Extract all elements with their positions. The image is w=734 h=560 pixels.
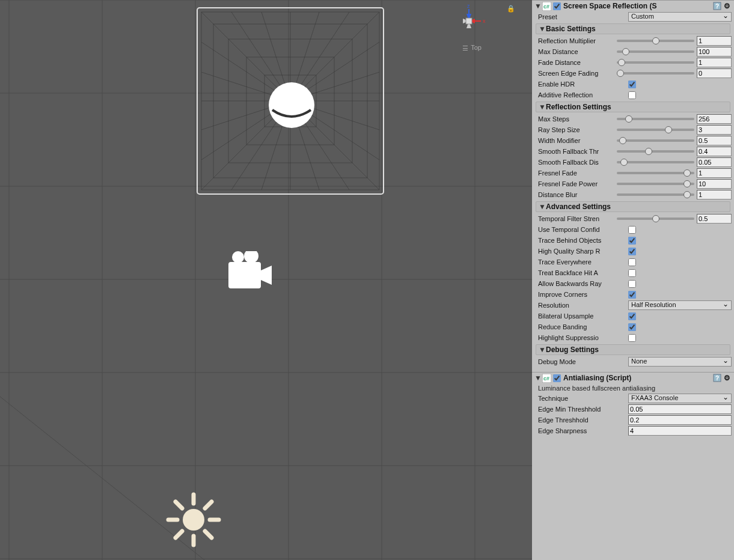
gear-icon[interactable]: ⚙ [722,1,732,11]
antialiasing-component: ▼ c# Antialiasing (Script) ? ⚙ Luminance… [532,372,734,436]
distance-blur-slider[interactable] [617,193,694,196]
reduce-banding-checkbox[interactable] [628,323,636,331]
light-gizmo-icon[interactable] [165,492,222,551]
smooth-fallback-dist-input[interactable] [697,157,732,167]
screen-edge-fading-input[interactable] [697,68,732,78]
csharp-script-icon: c# [542,373,551,383]
trace-everywhere-checkbox[interactable] [628,258,636,266]
preset-label: Preset [538,13,628,20]
svg-text:c#: c# [543,4,549,10]
edge-sharpness-input[interactable] [628,426,732,436]
advanced-settings-header[interactable]: ▼Advanced Settings [536,201,730,212]
smooth-fallback-thr-input[interactable] [697,147,732,156]
axis-gizmo[interactable]: x z ☰Top [448,3,496,52]
reflection-multiplier-input[interactable] [697,36,732,46]
resolution-dropdown[interactable]: Half Resolution [628,300,732,310]
improve-corners-checkbox[interactable] [628,291,636,299]
svg-line-40 [176,502,182,508]
svg-line-41 [205,531,212,538]
max-distance-slider[interactable] [617,50,694,53]
fade-distance-input[interactable] [697,58,732,67]
temporal-filter-slider[interactable] [617,218,694,220]
svg-point-33 [232,251,244,263]
preset-row: Preset Custom [532,11,734,22]
edge-min-threshold-input[interactable] [628,404,732,414]
basic-settings-header[interactable]: ▼Basic Settings [536,23,730,34]
width-modifier-slider[interactable] [617,139,694,142]
svg-point-32 [269,82,314,128]
debug-mode-dropdown[interactable]: None [628,357,732,367]
foldout-icon[interactable]: ▼ [534,2,542,10]
foldout-icon[interactable]: ▼ [534,374,542,382]
fresnel-fade-power-slider[interactable] [617,183,694,185]
reflection-multiplier-slider[interactable] [617,40,694,42]
additive-reflection-checkbox[interactable] [628,91,636,99]
width-modifier-input[interactable] [697,136,732,145]
fade-distance-slider[interactable] [617,61,694,64]
use-temporal-confidence-checkbox[interactable] [628,226,636,234]
preset-dropdown[interactable]: Custom [628,12,732,22]
inspector-panel: ▼ c# Screen Space Reflection (S ? ⚙ Pres… [532,0,734,560]
axis-view-label: Top [471,44,482,51]
ssr-title: Screen Space Reflection (S [563,2,712,10]
trace-behind-objects-checkbox[interactable] [628,237,636,245]
camera-gizmo-icon[interactable] [224,251,275,291]
svg-line-42 [205,502,212,508]
smooth-fallback-thr-slider[interactable] [617,150,694,153]
svg-point-34 [244,251,258,263]
max-distance-input[interactable] [697,47,732,56]
svg-text:c#: c# [543,376,549,382]
allow-backwards-rays-checkbox[interactable] [628,280,636,288]
ssr-header[interactable]: ▼ c# Screen Space Reflection (S ? ⚙ [532,1,734,11]
screen-edge-fading-slider[interactable] [617,72,694,75]
smooth-fallback-dist-slider[interactable] [617,161,694,163]
antialiasing-title: Antialiasing (Script) [563,374,712,382]
distance-blur-input[interactable] [697,190,732,199]
scene-view[interactable]: x z ☰Top 🔒 [0,0,532,560]
temporal-filter-input[interactable] [697,214,732,224]
csharp-script-icon: c# [542,1,551,11]
antialiasing-header[interactable]: ▼ c# Antialiasing (Script) ? ⚙ [532,373,734,383]
fresnel-fade-input[interactable] [697,168,732,178]
svg-rect-50 [466,18,472,24]
svg-text:?: ? [715,3,719,10]
ssr-enable-checkbox[interactable] [553,2,561,10]
debug-settings-header[interactable]: ▼Debug Settings [536,344,730,355]
antialiasing-subtitle: Luminance based fullscreen antialiasing [532,383,734,393]
axis-z-label: z [467,3,470,9]
bilateral-upsample-checkbox[interactable] [628,312,636,320]
ssr-component: ▼ c# Screen Space Reflection (S ? ⚙ Pres… [532,0,734,372]
axis-x-label: x [483,18,486,24]
antialiasing-enable-checkbox[interactable] [553,374,561,382]
max-steps-input[interactable] [697,114,732,124]
svg-point-35 [183,509,204,531]
edge-threshold-input[interactable] [628,415,732,425]
fresnel-fade-power-input[interactable] [697,179,732,189]
enable-hdr-checkbox[interactable] [628,81,636,88]
reflection-settings-header[interactable]: ▼Reflection Settings [536,102,730,112]
technique-dropdown[interactable]: FXAA3 Console [628,394,732,403]
ray-step-size-slider[interactable] [617,129,694,131]
help-icon[interactable]: ? [712,373,722,383]
gear-icon[interactable]: ⚙ [722,373,732,383]
gizmo-lock-icon[interactable]: 🔒 [507,5,515,13]
max-steps-slider[interactable] [617,118,694,120]
help-icon[interactable]: ? [712,1,722,11]
highlight-suppression-checkbox[interactable] [628,334,636,342]
ray-step-size-input[interactable] [697,125,732,135]
treat-backface-checkbox[interactable] [628,269,636,277]
high-quality-sharp-checkbox[interactable] [628,248,636,255]
svg-text:?: ? [715,375,719,382]
perspective-menu-icon[interactable]: ☰ [462,44,468,52]
sphere-gizmo[interactable] [268,81,316,129]
svg-line-43 [176,531,182,538]
fresnel-fade-slider[interactable] [617,172,694,174]
